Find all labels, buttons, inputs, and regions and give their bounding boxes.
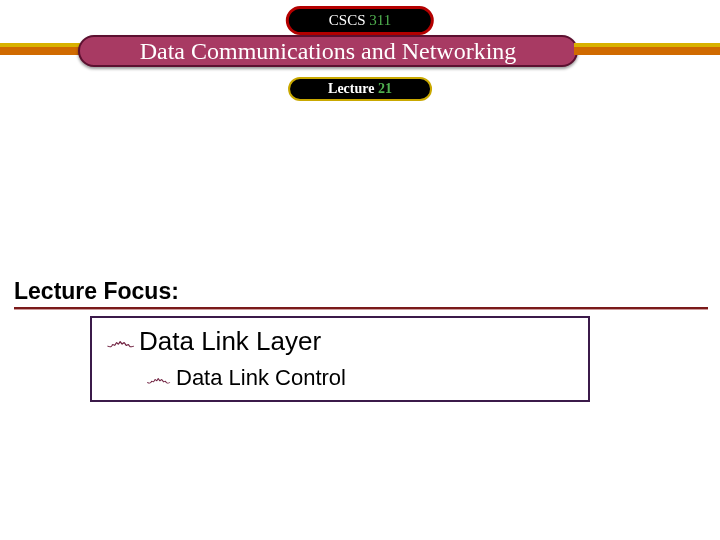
course-number: 311 xyxy=(369,12,391,28)
focus-item-secondary: Data Link Control xyxy=(176,365,346,391)
course-code-pill: CSCS 311 xyxy=(286,6,434,35)
list-item: ෴ Data Link Control xyxy=(92,365,588,391)
lecture-focus-box: ෴ Data Link Layer ෴ Data Link Control xyxy=(90,316,590,402)
bullet-icon: ෴ xyxy=(146,369,171,388)
list-item: ෴ Data Link Layer xyxy=(92,326,588,357)
title-bar: Data Communications and Networking xyxy=(0,35,720,67)
lecture-focus-heading: Lecture Focus: xyxy=(14,278,179,305)
lecture-prefix: Lecture xyxy=(328,81,374,96)
course-prefix: CSCS xyxy=(329,12,366,28)
course-title-pill: Data Communications and Networking xyxy=(78,35,578,67)
horizontal-rule xyxy=(14,307,708,310)
bullet-icon: ෴ xyxy=(106,331,135,353)
accent-bar-right xyxy=(574,43,720,59)
accent-bar-left xyxy=(0,43,80,59)
focus-item-primary: Data Link Layer xyxy=(139,326,321,357)
lecture-number-pill: Lecture 21 xyxy=(288,77,432,101)
course-title: Data Communications and Networking xyxy=(140,38,517,64)
lecture-number: 21 xyxy=(378,81,392,96)
